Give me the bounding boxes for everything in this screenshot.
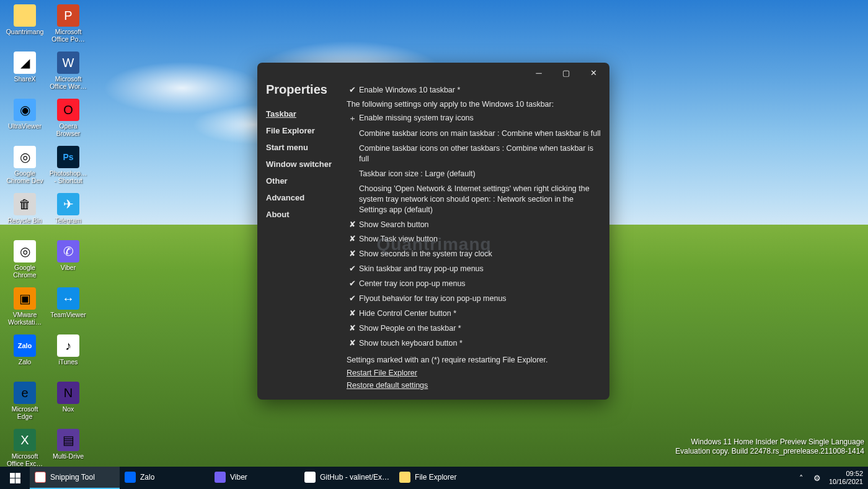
desktop-icon[interactable]: ◢ShareX — [3, 50, 46, 95]
taskbar-item[interactable]: Zalo — [120, 467, 210, 489]
nav-taskbar[interactable]: Taskbar — [266, 105, 344, 122]
setting-label: Show Task view button — [359, 234, 601, 244]
desktop-icon[interactable]: ◉UltraViewer — [3, 97, 46, 142]
app-icon: ✆ — [57, 240, 79, 262]
setting-item[interactable]: ✔Enable Windows 10 taskbar * — [347, 83, 601, 97]
nav-file-explorer[interactable]: File Explorer — [266, 122, 344, 139]
setting-item[interactable]: Combine taskbar icons on main taskbar : … — [347, 127, 601, 141]
taskbar-item[interactable]: File Explorer — [394, 467, 484, 489]
app-icon: N — [57, 382, 79, 404]
cross-icon: ✘ — [347, 220, 358, 229]
setting-item[interactable]: ✔Flyout behavior for tray icon pop-up me… — [347, 291, 601, 306]
nav-start-menu[interactable]: Start menu — [266, 139, 344, 156]
desktop-icon[interactable]: ↔TeamViewer — [46, 286, 90, 331]
desktop-icon[interactable]: PsPhotoshop… - Shortcut — [46, 145, 90, 189]
setting-item[interactable]: ✘Show touch keyboard button * — [347, 336, 601, 351]
desktop-icon[interactable]: XMicrosoft Office Exc… — [3, 428, 46, 472]
desktop-icon[interactable]: ✈Telegram — [46, 192, 90, 236]
icon-label: iTunes — [58, 358, 78, 366]
desktop-icon[interactable]: PMicrosoft Office Po… — [46, 3, 90, 48]
minimize-button[interactable]: ─ — [525, 64, 552, 81]
desktop-icons-grid: QuantrimangPMicrosoft Office Po…◢ShareXW… — [3, 3, 90, 472]
tray-overflow-icon[interactable]: ˄ — [797, 473, 805, 483]
task-label: Snipping Tool — [50, 473, 95, 482]
desktop-icon[interactable]: ◎Google Chrome Dev — [3, 145, 46, 189]
setting-label: Show seconds in the system tray clock — [359, 249, 601, 259]
restart-explorer-link[interactable]: Restart File Explorer — [347, 369, 417, 377]
check-icon: ✔ — [347, 85, 358, 94]
taskbar-item[interactable]: GitHub - valinet/Ex… — [299, 467, 394, 489]
setting-item[interactable]: ✘Show Search button — [347, 217, 601, 232]
setting-item[interactable]: ✘Hide Control Center button * — [347, 306, 601, 321]
app-icon: ◎ — [14, 146, 36, 168]
desktop-icon[interactable]: OOpera Browser — [46, 97, 90, 142]
cross-icon: ✘ — [347, 338, 358, 348]
app-icon: Ps — [57, 146, 79, 168]
app-icon: ▣ — [14, 287, 36, 310]
setting-item[interactable]: Combine taskbar icons on other taskbars … — [347, 141, 601, 167]
setting-label: Flyout behavior for tray icon pop-up men… — [359, 294, 601, 304]
icon-label: Recycle Bin — [7, 217, 42, 224]
desktop-icon[interactable]: WMicrosoft Office Wor… — [46, 50, 90, 95]
setting-item[interactable]: Choosing 'Open Network & Internet settin… — [347, 181, 601, 217]
setting-item[interactable]: Taskbar icon size : Large (default) — [347, 167, 601, 182]
titlebar: ─ ▢ ✕ — [257, 63, 609, 83]
sidebar: Properties TaskbarFile ExplorerStart men… — [266, 83, 344, 391]
task-label: File Explorer — [415, 473, 456, 482]
close-button[interactable]: ✕ — [580, 64, 607, 81]
icon-label: Microsoft Office Po… — [48, 28, 89, 43]
check-icon: ✔ — [347, 294, 358, 303]
icon-label: Viber — [61, 264, 76, 271]
desktop-icon[interactable]: ZaloZalo — [3, 333, 46, 378]
start-button[interactable] — [0, 467, 30, 489]
plus-icon: ＋ — [347, 113, 358, 124]
setting-label: Taskbar icon size : Large (default) — [359, 169, 601, 179]
nav-advanced[interactable]: Advanced — [266, 189, 344, 206]
icon-label: Quantrimang — [6, 28, 44, 35]
icon-label: Google Chrome Dev — [4, 169, 45, 184]
desktop-icon[interactable]: ✆Viber — [46, 239, 90, 284]
nav-window-switcher[interactable]: Window switcher — [266, 156, 344, 173]
setting-item[interactable]: ✔Center tray icon pop-up menus — [347, 277, 601, 292]
icon-label: Microsoft Office Wor… — [48, 75, 89, 90]
icon-label: TeamViewer — [50, 311, 86, 318]
restore-defaults-link[interactable]: Restore default settings — [347, 381, 428, 390]
app-icon: X — [14, 429, 36, 451]
icon-label: UltraViewer — [8, 122, 42, 130]
setting-item[interactable]: ✘Show seconds in the system tray clock — [347, 247, 601, 262]
desktop-icon[interactable]: ▤Multi-Drive — [46, 428, 90, 472]
task-app-icon — [399, 472, 410, 483]
setting-item[interactable]: ＋Enable missing system tray icons — [347, 111, 601, 127]
desktop-icon[interactable]: NNox — [46, 380, 90, 425]
task-app-icon — [125, 472, 136, 483]
setting-label: Show People on the taskbar * — [359, 323, 601, 334]
desktop-icon[interactable]: ▣VMware Workstati… — [3, 286, 46, 331]
settings-icon[interactable]: ⚙ — [812, 473, 823, 483]
setting-item[interactable]: ✘Show People on the taskbar * — [347, 321, 601, 336]
app-icon: ↔ — [57, 287, 79, 310]
setting-label: Center tray icon pop-up menus — [359, 279, 601, 289]
desktop-icon[interactable]: ◎Google Chrome — [3, 239, 46, 284]
cross-icon: ✘ — [347, 249, 358, 258]
desktop[interactable]: QuantrimangPMicrosoft Office Po…◢ShareXW… — [0, 0, 868, 489]
taskbar-item[interactable]: Viber — [210, 467, 299, 489]
windows-icon — [10, 473, 20, 483]
setting-item[interactable]: ✘Show Task view button — [347, 232, 601, 247]
desktop-icon[interactable]: Quantrimang — [3, 3, 46, 48]
restart-footnote: Settings marked with an (*) require rest… — [347, 356, 601, 364]
icon-label: Microsoft Office Exc… — [4, 452, 45, 467]
nav-about[interactable]: About — [266, 206, 344, 223]
icon-label: Microsoft Edge — [4, 405, 45, 420]
clock[interactable]: 09:52 10/16/2021 — [829, 470, 863, 486]
app-icon: Zalo — [14, 334, 36, 357]
desktop-icon[interactable]: eMicrosoft Edge — [3, 380, 46, 425]
icon-label: Photoshop… - Shortcut — [48, 169, 89, 184]
desktop-icon[interactable]: ♪iTunes — [46, 333, 90, 378]
maximize-button[interactable]: ▢ — [552, 64, 580, 81]
desktop-icon[interactable]: 🗑Recycle Bin — [3, 192, 46, 236]
nav-other[interactable]: Other — [266, 173, 344, 189]
app-icon: P — [57, 4, 79, 27]
taskbar-item[interactable]: Snipping Tool — [30, 467, 120, 489]
icon-label: Google Chrome — [4, 264, 45, 279]
setting-item[interactable]: ✔Skin taskbar and tray pop-up menus — [347, 262, 601, 277]
